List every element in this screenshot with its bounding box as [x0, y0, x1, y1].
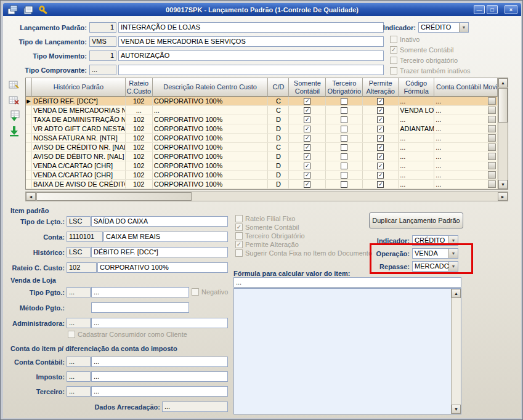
conta-code-field[interactable]: 1110101	[67, 232, 103, 242]
cell-ellipsis-button[interactable]	[488, 116, 496, 123]
grid-checkbox[interactable]	[341, 181, 347, 188]
grid-row[interactable]: VENDA C/CARTAO [CHR]102CORPORATIVO 100%D…	[26, 171, 498, 180]
grid-checkbox[interactable]: ✓	[304, 172, 310, 179]
column-header-somente-contabil[interactable]: Somente Contábil	[289, 78, 326, 97]
administradora-code-field[interactable]: ...	[67, 318, 91, 328]
conta-contabil-code-field[interactable]: ...	[67, 357, 91, 367]
cell-ellipsis-button[interactable]	[488, 180, 496, 188]
imposto-code-field[interactable]: ...	[67, 371, 91, 382]
rateio-code-field[interactable]: 102	[67, 262, 97, 273]
edit-grid-icon[interactable]	[8, 79, 20, 91]
historico-desc-field[interactable]: DÉBITO REF. [DCC*]	[91, 247, 228, 257]
export-down-icon[interactable]	[8, 125, 20, 137]
chevron-down-icon[interactable]: ▼	[448, 249, 458, 258]
wrench-icon[interactable]	[38, 4, 49, 15]
indicador-select[interactable]: CRÉDITO ▼	[418, 22, 469, 33]
minimize-button[interactable]: —	[474, 5, 485, 14]
dados-arrecadacao-field[interactable]: ...	[162, 402, 228, 412]
grid-checkbox[interactable]: ✓	[304, 98, 310, 105]
grid-row[interactable]: VR ADTO GIFT CARD NESTA DA102CORPORATIVO…	[26, 124, 498, 134]
scroll-thumb[interactable]	[498, 88, 508, 123]
conta-contabil-desc-field[interactable]: ...	[91, 357, 228, 367]
grid-checkbox[interactable]: ✓	[377, 116, 384, 123]
cell-ellipsis-button[interactable]	[488, 97, 496, 105]
cell-ellipsis-button[interactable]	[488, 107, 496, 114]
formula-memo[interactable]: ▲ ▼	[233, 288, 461, 414]
grid-checkbox[interactable]: ✓	[304, 135, 310, 142]
item-indicador-select[interactable]: CRÉDITO ▼	[412, 235, 458, 246]
column-header-cd[interactable]: C/D	[268, 78, 289, 97]
grid-checkbox[interactable]: ✓	[377, 126, 384, 132]
cadastrar-consumidor-checkbox[interactable]: Cadastrar Consumidor como Cliente	[68, 331, 187, 338]
tipo-lcto-desc-field[interactable]: SAÍDA DO CAIXA	[91, 216, 228, 227]
grid-checkbox[interactable]	[341, 144, 347, 151]
tipo-comprovante-code-field[interactable]: ...	[89, 65, 116, 75]
grid-checkbox[interactable]: ✓	[304, 126, 310, 132]
header-checkbox-0[interactable]: Inativo	[390, 36, 471, 43]
maximize-button[interactable]: □	[487, 5, 498, 14]
grid-checkbox[interactable]: ✓	[304, 107, 310, 114]
scroll-thumb[interactable]	[36, 192, 192, 201]
grid-checkbox[interactable]	[341, 126, 347, 132]
scroll-down-button[interactable]: ▼	[498, 180, 508, 189]
scroll-down-button[interactable]: ▼	[452, 405, 461, 414]
grid-checkbox[interactable]: ✓	[304, 144, 310, 151]
tipo-pgto-desc-field[interactable]: ...	[91, 287, 189, 297]
cell-ellipsis-button[interactable]	[488, 143, 496, 151]
operacao-select[interactable]: VENDA ▼	[412, 248, 458, 259]
chevron-down-icon[interactable]: ▼	[448, 262, 458, 271]
grid-checkbox[interactable]	[341, 98, 347, 105]
grid-checkbox[interactable]: ✓	[377, 172, 384, 179]
tipo-movimento-code-field[interactable]: 1	[89, 50, 116, 61]
scroll-up-button[interactable]: ▲	[498, 78, 508, 87]
grid-checkbox[interactable]: ✓	[304, 116, 310, 123]
close-button[interactable]: ×	[505, 5, 517, 14]
item-checkbox-0[interactable]: Rateio Filial Fixo	[235, 215, 372, 222]
formula-field[interactable]: ...	[233, 277, 461, 288]
grid-checkbox[interactable]	[341, 163, 347, 169]
grid-row[interactable]: NOSSA FATURA NR. [NTR]102CORPORATIVO 100…	[26, 134, 498, 143]
title-bar[interactable]: 009017SPK - Lançamento Padrão (1-Control…	[3, 3, 521, 16]
chevron-down-icon[interactable]: ▼	[459, 23, 468, 32]
grid-checkbox[interactable]: ✓	[377, 181, 384, 188]
cell-ellipsis-button[interactable]	[488, 125, 496, 132]
lancamento-code-field[interactable]: 1	[89, 22, 116, 33]
delete-grid-icon[interactable]	[8, 94, 20, 106]
tipo-lancamento-code-field[interactable]: VMS	[89, 36, 116, 47]
grid-checkbox[interactable]: ✓	[304, 181, 310, 188]
grid-row[interactable]: VENDA C/CARTAO [CHR]102CORPORATIVO 100%D…	[26, 161, 498, 171]
duplicar-lancamento-button[interactable]: Duplicar Lançamento Padrão	[369, 212, 463, 228]
column-header-codigo-formula[interactable]: Código Fórmula	[399, 78, 434, 97]
column-header-terceiro-obrigatorio[interactable]: Terceiro Obrigatório	[326, 78, 363, 97]
grid-checkbox[interactable]: ✓	[377, 153, 384, 160]
header-checkbox-3[interactable]: Trazer também inativos	[390, 67, 471, 75]
header-checkbox-2[interactable]: Terceiro obrigatório	[390, 57, 471, 64]
grid-checkbox[interactable]	[341, 107, 347, 114]
column-header-rateio[interactable]: Rateio C.Custo	[126, 78, 153, 97]
cell-ellipsis-button[interactable]	[488, 153, 496, 160]
layers-icon[interactable]	[7, 4, 18, 15]
column-header-conta-contabil[interactable]: Conta Contábil Movimento M	[434, 78, 498, 97]
tipo-comprovante-desc-field[interactable]	[118, 65, 384, 75]
terceiro-desc-field[interactable]: ...	[91, 386, 228, 397]
scroll-up-button[interactable]: ▲	[452, 289, 461, 298]
grid-checkbox[interactable]: ✓	[304, 163, 310, 169]
grid-checkbox[interactable]: ✓	[377, 144, 384, 151]
scroll-left-button[interactable]: ◄	[26, 192, 36, 201]
scroll-right-button[interactable]: ►	[498, 192, 508, 201]
grid-checkbox[interactable]: ✓	[377, 107, 384, 114]
grid-checkbox[interactable]: ✓	[377, 163, 384, 169]
grid-checkbox[interactable]: ✓	[377, 135, 384, 142]
grid-row[interactable]: BAIXA DE AVISO DE CRÉDITO I102CORPORATIV…	[26, 180, 498, 189]
grid-vertical-scrollbar[interactable]: ▲ ▼	[498, 78, 508, 189]
conta-desc-field[interactable]: CAIXA EM REAIS	[103, 232, 228, 242]
tipo-movimento-desc-field[interactable]: AUTORIZAÇÃO	[118, 50, 384, 61]
grid-row[interactable]: AVISO DE CRÉDITO NR. [NAL]102CORPORATIVO…	[26, 143, 498, 152]
grid-checkbox[interactable]	[341, 135, 347, 142]
import-grid-icon[interactable]	[8, 110, 20, 121]
grid-checkbox[interactable]	[341, 172, 347, 179]
grid-row[interactable]: VENDA DE MERCADORIAS NES.........C✓✓VEND…	[26, 106, 498, 115]
grid-row[interactable]: AVISO DE DÉBITO NR. [NAL] -102CORPORATIV…	[26, 152, 498, 161]
tipo-pgto-code-field[interactable]: ...	[67, 287, 91, 297]
repasse-select[interactable]: MERCADC ▼	[412, 261, 458, 272]
